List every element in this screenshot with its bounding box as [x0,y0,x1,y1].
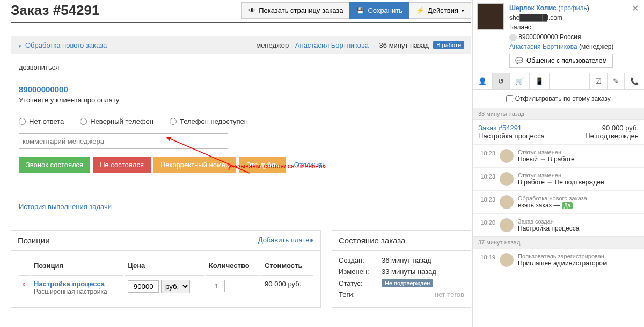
event-row: 18:23Статус измененНовый → В работе [473,144,644,167]
chevron-down-icon [18,41,22,49]
task-panel: Обработка нового заказа менеджер - Анаст… [11,36,471,221]
task-history-link[interactable]: История выполнения задачи [19,203,112,211]
qty-input[interactable] [209,280,225,292]
radio-no-answer[interactable]: Нет ответа [19,117,64,125]
close-icon[interactable]: ✕ [632,3,639,13]
positions-panel: Позиции Добавить платеж Позиция Цена Кол… [11,230,321,308]
comment-input[interactable] [19,133,228,149]
event-row: 18:23Статус измененВ работе → Не подтвер… [473,167,644,190]
user-email: she██████l.com [509,13,640,23]
remove-item[interactable]: x [22,280,26,288]
tab-check[interactable] [590,73,608,89]
time-separator: 37 минут назад [473,236,644,248]
radio-unreachable[interactable]: Телефон недоступен [170,117,248,125]
price-input[interactable] [128,280,159,293]
yes-badge: Да [562,202,573,209]
page-title: Заказ #54291 [11,2,241,19]
avatar [477,3,504,30]
avatar [500,149,514,163]
side-tabs [473,73,644,90]
order-state-panel: Состояние заказа Создан:36 минут назад И… [332,230,471,308]
save-button[interactable]: Сохранить [349,2,409,19]
wrong-number-button[interactable]: Некорректный номер [153,157,236,173]
tab-mobile[interactable] [530,73,550,89]
event-row: 18:20Заказ созданНастройка процесса [473,213,644,236]
actions-dropdown[interactable]: Действия [409,2,471,19]
item-sub: Расширенная настройка [34,288,120,295]
call-success-button[interactable]: Звонок состоялся [19,157,90,173]
avatar [500,253,514,267]
event-row: 18:23Обработка нового заказавзять заказ … [473,190,644,213]
phone-icon [509,34,517,41]
filter-by-order[interactable]: Отфильтровать по этому заказу [506,95,610,102]
avatar [500,195,514,209]
user-link[interactable]: Шерлок Холмс [509,4,557,12]
summary-amount: 90 000 руб. [602,124,639,132]
chat-icon [515,57,523,64]
radio-wrong-phone[interactable]: Неверный телефон [80,117,153,125]
item-total: 90 000 руб. [261,277,313,299]
status-badge: Не подтвержден [382,279,433,287]
task-manager: менеджер - Анастасия Бортникова [256,41,369,49]
positions-title: Позиции [18,236,258,245]
save-icon [356,6,364,14]
reach-label: дозвониться [19,63,463,71]
bolt-icon [416,6,425,14]
avatar [500,218,514,232]
tab-cart[interactable] [510,73,530,89]
chat-button[interactable]: Общение с пользователем [509,54,613,68]
task-status-badge: В работе [433,41,464,49]
table-row: x Настройка процессаРасширенная настройк… [19,277,313,299]
add-payment-link[interactable]: Добавить платеж [258,236,314,245]
call-instruction: Уточните у клиента про оплату [19,96,463,104]
state-title: Состояние заказа [339,236,464,245]
call-phone[interactable]: 89000000000 [19,85,463,94]
sidebar: ✕ Шерлок Холмс (профиль) she██████l.com … [472,0,644,327]
tab-edit[interactable] [608,73,625,89]
order-summary: Заказ #5429190 000 руб. Настройка процес… [473,120,644,144]
currency-select[interactable]: руб. [161,280,190,293]
user-phone: 89000000000 Россия [518,33,581,41]
profile-link[interactable]: профиль [560,4,587,12]
side-manager-link[interactable]: Анастасия Бортникова [509,43,577,50]
tab-history[interactable] [493,73,510,89]
show-page-button[interactable]: Показать страницу заказа [241,2,350,19]
task-time: 36 минут назад [379,41,429,49]
event-row: 18:19Пользователь зарегистрированПриглаш… [473,248,644,271]
task-toggle[interactable]: Обработка нового заказа [18,41,252,49]
tab-user[interactable] [473,73,493,89]
summary-order-link[interactable]: Заказ #54291 [478,124,602,132]
eye-icon [248,6,255,14]
call-fail-button[interactable]: Не состоялся [93,157,151,173]
balance-label: Баланс: [509,23,640,32]
manager-link[interactable]: Анастасия Бортникова [295,41,369,49]
tab-call[interactable] [625,73,644,89]
page-header: Заказ #54291 Показать страницу заказа Со… [11,2,471,23]
item-name[interactable]: Настройка процесса [34,280,105,288]
time-separator: 33 минуты назад [473,108,644,120]
annotation-text: указываем, состоялся ли звонок [228,162,325,170]
avatar [500,172,514,186]
